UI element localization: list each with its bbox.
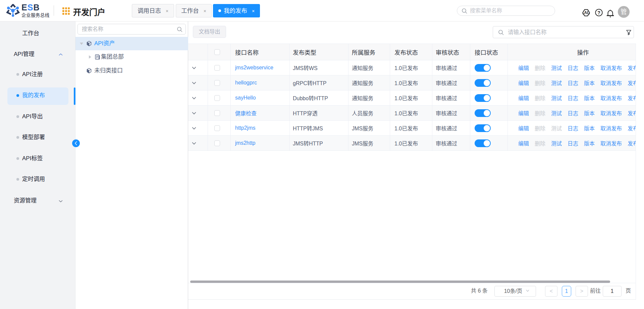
svg-text:?: ? — [597, 10, 600, 15]
svg-text:AI: AI — [584, 10, 588, 15]
